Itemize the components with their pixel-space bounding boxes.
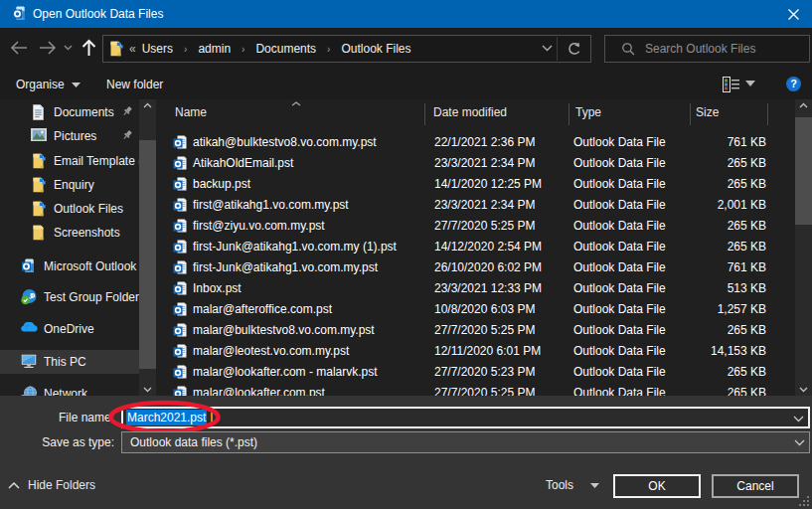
title-bar: Open Outlook Data Files bbox=[0, 0, 812, 28]
change-view-button[interactable] bbox=[723, 77, 739, 92]
column-header-date[interactable]: Date modified bbox=[433, 99, 507, 126]
search-box[interactable]: Search Outlook Files bbox=[604, 35, 810, 63]
breadcrumb-item[interactable]: Documents bbox=[253, 42, 318, 56]
file-date-modified: 27/7/2020 5:25 PM bbox=[434, 320, 535, 341]
refresh-icon[interactable] bbox=[568, 42, 581, 56]
sidebar-item-email-template[interactable]: Email Template ( bbox=[0, 149, 139, 173]
recent-locations-dropdown[interactable] bbox=[64, 45, 73, 51]
breadcrumb-item[interactable]: Users bbox=[140, 42, 175, 56]
pst-file-icon bbox=[173, 323, 188, 338]
column-separator[interactable] bbox=[767, 103, 768, 125]
sidebar-scrollbar[interactable] bbox=[139, 99, 156, 396]
folder-sync-icon bbox=[31, 177, 47, 193]
file-date-modified: 10/8/2020 6:03 PM bbox=[434, 299, 535, 320]
pst-file-icon bbox=[173, 365, 188, 380]
address-bar[interactable]: « Users›admin›Documents›Outlook Files bbox=[102, 35, 591, 63]
file-date-modified: 14/1/2020 12:25 PM bbox=[434, 174, 542, 195]
file-name-dropdown-icon[interactable] bbox=[793, 416, 804, 423]
breadcrumb-item[interactable]: admin bbox=[196, 42, 233, 56]
breadcrumb-separator-icon[interactable]: › bbox=[175, 44, 196, 55]
pst-file-icon bbox=[173, 240, 188, 254]
file-row[interactable]: first-Junk@atikahg1.vo.com.my (1).pst14/… bbox=[157, 237, 793, 257]
sidebar-item-onedrive[interactable]: OneDrive bbox=[0, 317, 139, 341]
file-date-modified: 26/10/2020 6:02 PM bbox=[434, 257, 542, 278]
file-row[interactable]: atikah@bulktestvo8.vo.com.my.pst22/1/202… bbox=[157, 132, 793, 153]
text-caret bbox=[211, 410, 213, 425]
ok-button[interactable]: OK bbox=[613, 474, 701, 498]
file-row[interactable]: malar@afteroffice.com.pst10/8/2020 6:03 … bbox=[157, 299, 793, 320]
file-name: Inbox.pst bbox=[193, 278, 242, 299]
sidebar-item-label: This PC bbox=[44, 355, 86, 369]
organise-label: Organise bbox=[16, 78, 65, 91]
sidebar-item-documents[interactable]: Documents bbox=[0, 100, 139, 124]
file-date-modified: 27/7/2020 5:25 PM bbox=[434, 383, 535, 396]
file-row[interactable]: first@atikahg1.vo.com.my.pst23/3/2021 2:… bbox=[157, 195, 793, 216]
save-as-type-dropdown-icon[interactable] bbox=[794, 439, 805, 446]
file-row[interactable]: backup.pst14/1/2020 12:25 PMOutlook Data… bbox=[157, 174, 793, 195]
file-row[interactable]: first@ziyu.vo.com.my.pst27/7/2020 5:25 P… bbox=[157, 216, 793, 237]
file-size: 761 KB bbox=[647, 257, 766, 278]
column-header-size[interactable]: Size bbox=[696, 99, 719, 126]
file-row[interactable]: AtikahOldEmail.pst23/3/2021 2:34 PMOutlo… bbox=[157, 153, 793, 174]
group-folder-icon bbox=[21, 289, 37, 305]
file-date-modified: 27/7/2020 5:25 PM bbox=[434, 216, 535, 237]
file-row[interactable]: malar@leotest.vo.com.my.pst12/11/2020 6:… bbox=[157, 341, 793, 362]
sidebar-item-label: Test Group Folder bbox=[44, 290, 139, 304]
up-button[interactable] bbox=[81, 39, 96, 57]
close-button[interactable] bbox=[782, 3, 804, 25]
breadcrumb-overflow-icon[interactable]: « bbox=[129, 42, 134, 56]
tools-button[interactable]: Tools bbox=[546, 478, 599, 492]
sidebar-item-enquiry[interactable]: Enquiry bbox=[0, 173, 139, 197]
file-row[interactable]: first-Junk@atikahg1.vo.com.my.pst26/10/2… bbox=[157, 257, 793, 278]
file-name: atikah@bulktestvo8.vo.com.my.pst bbox=[193, 132, 377, 153]
column-separator[interactable] bbox=[690, 103, 691, 125]
organise-button[interactable]: Organise bbox=[16, 70, 81, 99]
resize-grip[interactable] bbox=[798, 495, 810, 507]
sidebar-scrollbar-thumb[interactable] bbox=[139, 140, 156, 369]
sidebar-item-test-group-folder[interactable]: Test Group Folder bbox=[0, 285, 139, 309]
cancel-button[interactable]: Cancel bbox=[712, 474, 799, 498]
list-scrollbar-thumb[interactable] bbox=[795, 117, 812, 225]
hide-folders-button[interactable]: Hide Folders bbox=[8, 478, 95, 492]
column-separator[interactable] bbox=[568, 103, 569, 125]
breadcrumb-item[interactable]: Outlook Files bbox=[339, 42, 412, 56]
pst-file-icon bbox=[173, 219, 188, 234]
breadcrumb-separator-icon[interactable]: › bbox=[233, 44, 253, 55]
list-scroll-up-icon[interactable] bbox=[799, 102, 808, 108]
sidebar-scroll-down-icon[interactable] bbox=[143, 387, 152, 393]
column-header-type[interactable]: Type bbox=[575, 99, 601, 126]
sidebar-item-outlook-files[interactable]: Outlook Files bbox=[0, 197, 139, 221]
pin-icon bbox=[121, 105, 133, 117]
dialog-footer: File name: March2021.pst Save as type: O… bbox=[0, 396, 812, 509]
file-date-modified: 14/12/2020 2:54 PM bbox=[434, 237, 542, 257]
sidebar-item-this-pc[interactable]: This PC bbox=[0, 350, 139, 374]
outlook-icon bbox=[21, 258, 37, 274]
search-icon bbox=[621, 42, 635, 56]
sidebar-item-network[interactable]: Network bbox=[0, 382, 139, 396]
search-placeholder: Search Outlook Files bbox=[645, 42, 755, 56]
column-separator[interactable] bbox=[424, 103, 425, 125]
address-dropdown-icon[interactable] bbox=[542, 45, 553, 52]
sidebar-item-label: Pictures bbox=[54, 129, 96, 143]
list-scrollbar[interactable] bbox=[795, 99, 812, 396]
help-button[interactable]: ? bbox=[786, 77, 801, 91]
file-row[interactable]: malar@lookafter.com - malarvk.pst27/7/20… bbox=[157, 362, 793, 383]
back-button[interactable] bbox=[10, 40, 28, 56]
new-folder-button[interactable]: New folder bbox=[106, 70, 163, 99]
file-name-input[interactable]: March2021.pst bbox=[121, 407, 810, 428]
forward-button[interactable] bbox=[39, 40, 57, 56]
sidebar-item-pictures[interactable]: Pictures bbox=[0, 124, 139, 148]
file-row[interactable]: Inbox.pst23/3/2021 12:33 PMOutlook Data … bbox=[157, 278, 793, 299]
file-date-modified: 23/3/2021 12:33 PM bbox=[434, 278, 542, 299]
new-folder-label: New folder bbox=[106, 78, 163, 91]
list-scroll-down-icon[interactable] bbox=[799, 387, 808, 393]
sidebar-item-screenshots[interactable]: Screenshots bbox=[0, 221, 139, 245]
change-view-dropdown-icon[interactable] bbox=[745, 81, 755, 86]
save-as-type-select[interactable]: Outlook data files (*.pst) bbox=[121, 431, 810, 453]
file-row[interactable]: malar@bulktestvo8.vo.com.my.pst27/7/2020… bbox=[157, 320, 793, 341]
sidebar-scroll-up-icon[interactable] bbox=[143, 102, 152, 108]
file-row[interactable]: malar@lookafter.com.pst27/7/2020 5:25 PM… bbox=[157, 383, 793, 396]
breadcrumb-separator-icon[interactable]: › bbox=[318, 44, 339, 55]
column-header-name[interactable]: Name bbox=[175, 99, 207, 126]
sidebar-item-microsoft-outlook[interactable]: Microsoft Outlook bbox=[0, 254, 139, 278]
